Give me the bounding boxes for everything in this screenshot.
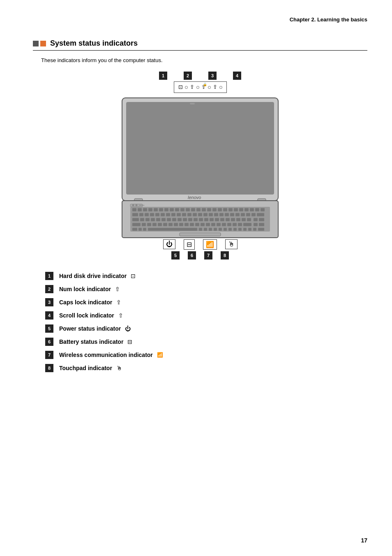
svg-rect-81 — [132, 223, 141, 226]
legend-item-6: 6 Battery status indicator ⊟ — [45, 338, 367, 346]
svg-rect-46 — [203, 213, 208, 216]
svg-rect-121 — [180, 233, 221, 236]
svg-rect-85 — [158, 223, 162, 226]
laptop-wrapper: 1 2 3 4 ⊡ ⇧ ⇧🔒 — [110, 72, 291, 259]
svg-rect-1 — [126, 102, 274, 195]
svg-rect-65 — [178, 218, 182, 221]
svg-rect-38 — [161, 213, 165, 216]
svg-rect-25 — [223, 208, 227, 211]
svg-rect-57 — [132, 218, 139, 221]
page-container: Chapter 2. Learning the basics System st… — [0, 0, 392, 556]
svg-rect-66 — [183, 218, 187, 221]
svg-rect-8 — [132, 208, 136, 211]
svg-rect-80 — [259, 218, 264, 221]
legend-icon-8: 🖱 — [116, 365, 122, 371]
section-description: These indicators inform you of the compu… — [41, 57, 367, 63]
svg-rect-97 — [222, 223, 226, 226]
svg-rect-37 — [155, 213, 159, 216]
svg-rect-116 — [238, 228, 242, 231]
svg-rect-105 — [138, 228, 142, 231]
svg-rect-41 — [177, 213, 181, 216]
battery-icon-bottom: ⊟ — [184, 239, 195, 250]
svg-rect-63 — [167, 218, 171, 221]
svg-rect-72 — [215, 218, 219, 221]
svg-rect-118 — [248, 228, 251, 231]
svg-rect-76 — [236, 218, 240, 221]
legend-item-1: 1 Hard disk drive indicator ⊡ — [45, 272, 367, 280]
touchpad-icon-bottom: 🖱 — [225, 239, 238, 249]
legend-text-5: Power status indicator — [59, 325, 121, 332]
svg-rect-69 — [199, 218, 203, 221]
svg-rect-95 — [211, 223, 215, 226]
svg-rect-53 — [241, 213, 245, 216]
svg-rect-103 — [259, 223, 264, 226]
svg-rect-93 — [201, 223, 205, 226]
svg-rect-119 — [253, 228, 256, 231]
callout-bottom-5: 5 — [171, 251, 180, 259]
svg-rect-21 — [202, 208, 206, 211]
svg-rect-2 — [190, 103, 195, 104]
svg-rect-77 — [242, 218, 246, 221]
svg-rect-45 — [198, 213, 202, 216]
svg-rect-15 — [170, 208, 174, 211]
svg-rect-96 — [217, 223, 221, 226]
svg-rect-56 — [257, 213, 264, 216]
svg-rect-98 — [227, 223, 231, 226]
svg-rect-42 — [182, 213, 186, 216]
section-title-row: System status indicators — [33, 39, 367, 51]
title-icon-dark — [33, 41, 39, 46]
chapter-title: Chapter 2. Learning the basics — [290, 16, 367, 23]
svg-rect-22 — [207, 208, 211, 211]
svg-rect-84 — [152, 223, 157, 226]
svg-rect-12 — [154, 208, 158, 211]
svg-rect-20 — [196, 208, 201, 211]
svg-rect-92 — [195, 223, 199, 226]
callout-bottom-6: 6 — [188, 251, 196, 259]
legend-item-4: 4 Scroll lock indicator ⇧ — [45, 311, 367, 320]
svg-rect-68 — [194, 218, 198, 221]
svg-rect-115 — [233, 228, 237, 231]
svg-rect-64 — [172, 218, 176, 221]
legend-num-1: 1 — [45, 272, 53, 280]
title-icons — [33, 41, 46, 46]
svg-rect-90 — [184, 223, 189, 226]
legend-text-4: Scroll lock indicator — [59, 312, 114, 319]
callout-bottom-8: 8 — [221, 251, 229, 259]
legend-num-7: 7 — [45, 351, 53, 359]
svg-rect-13 — [159, 208, 163, 211]
svg-rect-32 — [261, 208, 265, 211]
svg-rect-73 — [220, 218, 224, 221]
capslock-icon: ⇧🔒 — [201, 84, 206, 90]
svg-rect-113 — [224, 228, 227, 231]
svg-rect-89 — [179, 223, 183, 226]
dot-4 — [219, 86, 222, 89]
legend-num-8: 8 — [45, 364, 53, 372]
svg-rect-16 — [175, 208, 179, 211]
legend-icon-6: ⊟ — [127, 338, 132, 345]
svg-rect-102 — [254, 223, 258, 226]
svg-rect-10 — [143, 208, 147, 211]
legend-num-4: 4 — [45, 311, 53, 320]
svg-rect-109 — [204, 228, 207, 231]
svg-rect-40 — [171, 213, 175, 216]
power-icon-bottom: ⏻ — [163, 239, 175, 249]
svg-rect-78 — [247, 218, 251, 221]
callout-top-2: 2 — [184, 72, 192, 80]
legend-icon-7: 📶 — [157, 352, 163, 358]
svg-rect-83 — [147, 223, 151, 226]
svg-rect-71 — [210, 218, 214, 221]
svg-rect-49 — [219, 213, 224, 216]
legend-num-2: 2 — [45, 285, 53, 293]
svg-rect-9 — [138, 208, 142, 211]
svg-rect-17 — [180, 208, 184, 211]
svg-point-124 — [136, 204, 138, 206]
svg-rect-94 — [206, 223, 210, 226]
svg-rect-29 — [244, 208, 249, 211]
svg-rect-14 — [164, 208, 168, 211]
svg-rect-91 — [190, 223, 194, 226]
legend-text-1: Hard disk drive indicator — [59, 273, 127, 279]
hdd-icon: ⊡ — [178, 84, 183, 90]
svg-rect-19 — [191, 208, 195, 211]
svg-rect-60 — [151, 218, 155, 221]
legend-num-5: 5 — [45, 324, 53, 333]
